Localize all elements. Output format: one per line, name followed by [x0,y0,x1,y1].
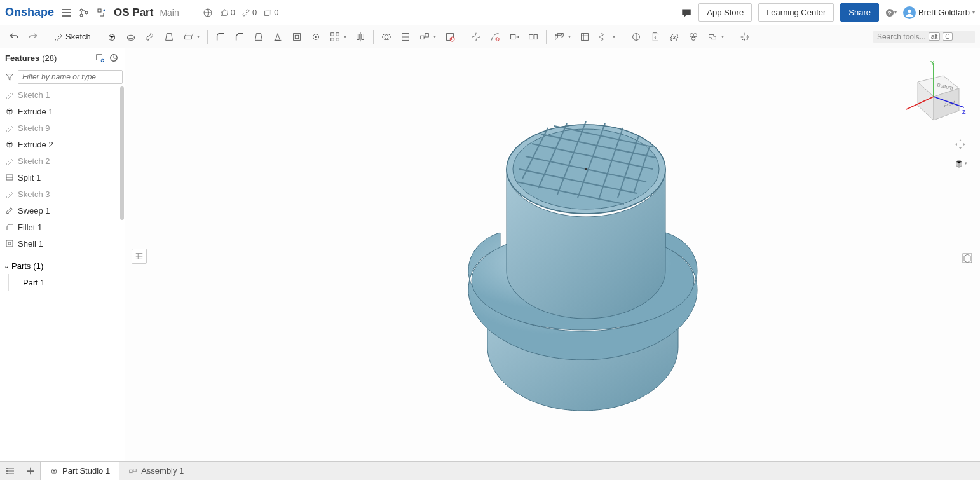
menu-icon[interactable] [60,7,72,18]
user-menu[interactable]: Brett Goldfarb ▾ [903,6,975,19]
mirror-button[interactable] [351,28,369,46]
feature-list[interactable]: Sketch 1Extrude 1Sketch 9Extrude 2Sketch… [0,86,125,257]
kbd-c: C [943,32,952,41]
dropdown-icon[interactable]: ▾ [197,34,202,39]
rib-button[interactable] [269,28,287,46]
fillet-button[interactable] [212,28,229,46]
sweep-button[interactable] [141,28,159,46]
document-version[interactable]: Main [160,8,179,18]
feature-item[interactable]: Fillet 1 [0,219,125,235]
dropdown-icon[interactable]: ▾ [344,34,349,39]
rollback-icon[interactable] [108,52,119,64]
view-controls: ▾ [953,137,967,170]
feature-label: Sketch 3 [18,189,50,199]
feature-filter-row [0,67,125,86]
shell-button[interactable] [288,28,306,46]
feature-item[interactable]: Extrude 1 [0,103,125,120]
feature-item[interactable]: Sketch 1 [0,86,125,103]
svg-rect-3 [98,9,101,12]
parts-header[interactable]: ⌄ Parts (1) [0,257,125,274]
copies-count[interactable]: 0 [263,8,278,17]
svg-point-9 [908,9,911,12]
hole-button[interactable] [307,28,325,46]
feature-item[interactable]: Split 1 [0,169,125,186]
feature-item[interactable]: Sweep 1 [0,202,125,219]
feature-item[interactable]: Sketch 2 [0,153,125,169]
dropdown-icon[interactable]: ▾ [613,34,618,39]
search-tools-input[interactable]: Search tools... alt C [873,31,975,43]
tab-assembly[interactable]: Assembly 1 [119,462,193,481]
pattern-button[interactable] [326,28,344,46]
insert-icon[interactable] [96,7,107,18]
view-arrows-icon[interactable] [953,137,967,151]
import-button[interactable] [646,28,664,46]
feature-item[interactable]: Sketch 10 [0,252,125,257]
globe-icon[interactable] [202,7,214,18]
part-item[interactable]: Part 1 [8,274,125,291]
comment-icon[interactable] [681,7,692,18]
part-3d-model[interactable] [398,80,754,436]
versions-icon[interactable] [78,7,90,18]
dropdown-icon[interactable]: ▾ [568,34,573,39]
variable-button[interactable]: {x} [665,28,683,46]
sheet-metal-button[interactable] [704,28,721,46]
boolean-button[interactable] [378,28,395,46]
logo[interactable]: Onshape [5,6,54,19]
feature-item[interactable]: Shell 1 [0,235,125,252]
configure-button[interactable] [684,28,702,46]
learning-center-button[interactable]: Learning Center [758,3,834,22]
view-cube-icon[interactable]: ▾ [953,156,967,170]
svg-point-1 [80,14,83,17]
delete-face-button[interactable] [441,28,459,46]
viewport-3d[interactable]: Bottom Front Y Z ▾ [125,48,980,461]
svg-point-34 [693,33,697,36]
scrollbar-thumb[interactable] [120,86,124,220]
dropdown-icon[interactable]: ▾ [721,34,726,39]
chamfer-button[interactable] [231,28,248,46]
svg-text:?: ? [888,9,892,16]
frame-button[interactable] [576,28,594,46]
svg-rect-15 [330,32,334,36]
feature-item[interactable]: Sketch 9 [0,120,125,136]
thicken-button[interactable] [179,28,197,46]
draft-button[interactable] [250,28,268,46]
redo-button[interactable] [24,28,42,46]
insert-panel-icon[interactable] [961,252,975,266]
feature-label: Split 1 [18,173,41,182]
tab-manager-icon[interactable] [0,462,20,481]
helix-button[interactable] [595,28,613,46]
assembly-icon [128,467,137,476]
help-icon[interactable]: ?▾ [885,7,897,18]
transform-button[interactable] [416,28,433,46]
filter-icon[interactable] [5,71,14,83]
feature-item[interactable]: Extrude 2 [0,136,125,153]
undo-button[interactable] [5,28,23,46]
document-title[interactable]: OS Part [114,6,153,19]
modify-fillet-button[interactable] [467,28,485,46]
feature-item[interactable]: Sketch 3 [0,186,125,202]
add-tab-icon[interactable] [20,462,41,481]
add-feature-icon[interactable] [94,52,105,64]
move-face-button[interactable] [505,28,523,46]
app-store-button[interactable]: App Store [698,3,752,22]
custom-feature-button[interactable] [736,28,754,46]
extrude-button[interactable] [103,28,121,46]
likes-count[interactable]: 0 [220,8,235,17]
main: Features (28) Sketch 1Extrude 1Sketch 9E… [0,48,980,461]
section-button[interactable] [627,28,645,46]
revolve-button[interactable] [122,28,140,46]
view-cube[interactable]: Bottom Front Y Z [899,60,969,130]
panel-toggle-button[interactable] [132,249,147,264]
plane-button[interactable] [550,28,568,46]
svg-rect-56 [130,470,132,472]
feature-filter-input[interactable] [18,70,123,84]
split-button[interactable] [397,28,414,46]
dropdown-icon[interactable]: ▾ [433,34,439,39]
links-count[interactable]: 0 [242,8,257,17]
tab-part-studio[interactable]: Part Studio 1 [41,462,119,481]
delete-fillet-button[interactable] [486,28,504,46]
share-button[interactable]: Share [840,3,879,22]
loft-button[interactable] [160,28,178,46]
replace-face-button[interactable] [524,28,542,46]
sketch-button[interactable]: Sketch [50,28,95,46]
